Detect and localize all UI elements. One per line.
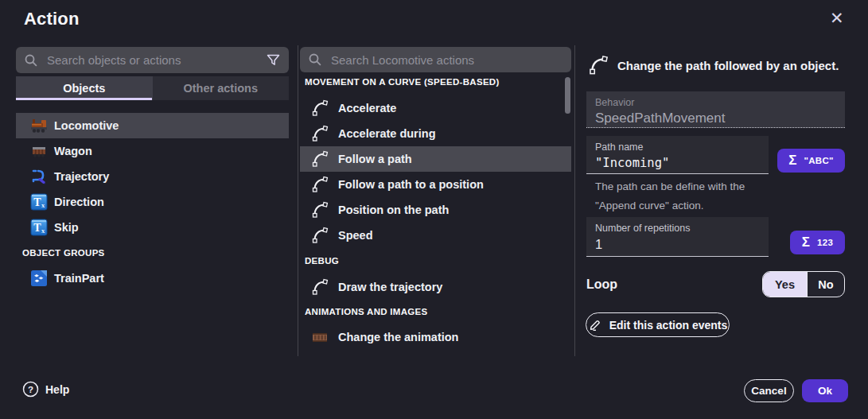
path-name-label: Path name [595,142,760,153]
sigma-icon: Σ [802,235,810,250]
path-name-input[interactable] [595,156,760,170]
edit-button-label: Edit this action events [609,319,728,332]
active-tab-indicator [16,98,152,100]
action-label: Draw the trajectory [338,281,442,293]
svg-text:?: ? [28,385,33,394]
object-label: Skip [54,221,79,234]
object-groups-header: OBJECT GROUPS [22,240,105,266]
path-curve-icon [311,227,329,244]
svg-text:x: x [41,201,45,209]
cancel-button[interactable]: Cancel [744,379,794,402]
path-curve-icon [311,150,329,168]
svg-text:T: T [33,222,41,234]
behavior-field-label: Behavior [595,97,836,108]
section-header: ANIMATIONS AND IMAGES [305,301,428,323]
objects-search-box [16,47,289,73]
search-icon [24,53,38,68]
actions-search-box [300,47,571,72]
action-item-accelerate[interactable]: Accelerate [300,95,571,121]
repetitions-field: Number of repetitions [586,217,769,257]
object-row-locomotive[interactable]: Locomotive [16,113,289,138]
path-help-line-1: The path can be define with the [595,180,745,192]
loop-label: Loop [586,277,617,292]
path-help-line-2: "Append curve" action. [595,200,703,211]
repetitions-input[interactable] [595,237,760,252]
path-curve-icon [311,201,329,219]
wagon-icon [29,141,49,161]
path-curve-icon [311,125,329,142]
search-icon [308,52,322,67]
behavior-field-value: SpeedPathMovement [595,111,836,126]
action-item-change-animation[interactable]: Change the animation [300,324,571,350]
help-icon: ? [22,381,39,398]
action-label: Follow a path [338,153,412,165]
action-item-follow-a-path-to-position[interactable]: Follow a path to a position [300,172,571,197]
loop-toggle-no[interactable]: No [807,272,844,297]
text-object-icon: T x [29,217,49,238]
objects-search-input[interactable] [45,52,266,68]
action-item-speed[interactable]: Speed [300,223,571,248]
object-label: Trajectory [54,170,109,183]
object-label: Wagon [54,145,92,157]
group-row-trainpart[interactable]: TrainPart [16,266,289,291]
num-label: 123 [817,238,833,247]
right-divider [574,45,575,356]
locomotive-icon [29,115,49,136]
tab-other-actions[interactable]: Other actions [153,76,290,100]
dialog-title: Action [24,9,80,29]
behavior-field: Behavior SpeedPathMovement [586,91,845,128]
help-button[interactable]: ? Help [22,381,69,398]
path-curve-icon [588,55,609,79]
action-label: Speed [338,229,373,242]
loop-toggle: Yes No [762,271,845,297]
object-row-direction[interactable]: T x Direction [16,189,289,215]
action-item-position-on-path[interactable]: Position on the path [300,197,571,223]
action-label: Change the animation [338,331,458,343]
animation-film-icon [311,328,329,346]
pencil-icon [588,318,601,332]
ok-button[interactable]: Ok [802,379,848,402]
trajectory-icon [29,166,49,187]
scrollbar-thumb[interactable] [565,77,570,114]
object-group-icon [29,268,49,289]
section-header: DEBUG [305,250,339,272]
action-item-follow-a-path[interactable]: Follow a path [300,146,571,172]
action-item-accelerate-during[interactable]: Accelerate during [300,121,571,146]
left-tabs: Objects Other actions [16,76,289,100]
action-label: Accelerate during [338,127,436,140]
text-object-icon: T x [29,192,49,212]
left-divider [298,45,298,356]
string-expression-button[interactable]: Σ "ABC" [777,149,845,173]
filter-icon[interactable] [266,52,281,68]
close-icon[interactable]: ✕ [830,10,844,26]
loop-toggle-yes[interactable]: Yes [763,272,807,297]
number-expression-button[interactable]: Σ 123 [790,231,845,254]
abc-label: "ABC" [804,156,833,165]
object-label: Direction [54,196,104,208]
object-label: Locomotive [54,119,119,132]
group-label: TrainPart [54,272,104,285]
sigma-icon: Σ [788,153,796,169]
action-item-draw-trajectory[interactable]: Draw the trajectory [300,274,571,300]
action-description: Change the path followed by an object. [617,59,850,72]
path-curve-icon [311,176,329,193]
section-header: MOVEMENT ON A CURVE (SPEED-BASED) [305,71,500,93]
actions-search-input[interactable] [329,52,563,68]
action-label: Follow a path to a position [338,178,484,191]
edit-action-events-button[interactable]: Edit this action events [586,312,730,337]
svg-text:T: T [33,196,41,208]
action-dialog: Action ✕ Objects Other actions Locomotiv… [0,0,868,419]
path-curve-icon [311,99,329,117]
object-row-skip[interactable]: T x Skip [16,215,289,240]
action-label: Position on the path [338,204,449,216]
object-row-wagon[interactable]: Wagon [16,138,289,164]
help-label: Help [45,383,69,396]
svg-text:x: x [41,227,45,235]
action-label: Accelerate [338,102,396,114]
object-row-trajectory[interactable]: Trajectory [16,164,289,189]
path-curve-icon [311,278,329,296]
repetitions-label: Number of repetitions [595,223,760,234]
path-name-field: Path name [586,136,769,174]
tab-objects[interactable]: Objects [16,76,153,100]
